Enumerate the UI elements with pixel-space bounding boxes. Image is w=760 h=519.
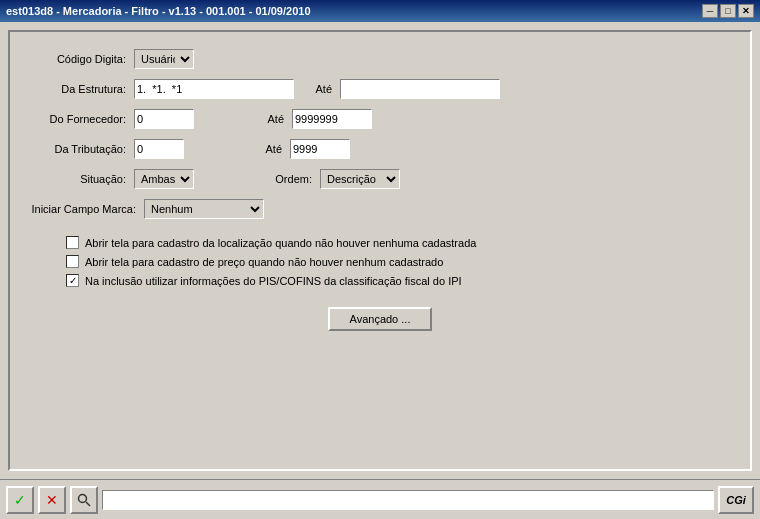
checkbox-3[interactable]: ✓ — [66, 274, 79, 287]
status-input[interactable] — [102, 490, 714, 510]
checkbox-label-2[interactable]: Abrir tela para cadastro de preço quando… — [85, 256, 443, 268]
confirm-button[interactable]: ✓ — [6, 486, 34, 514]
content-area: Código Digita: Usuário Código Descrição … — [8, 30, 752, 471]
checkbox-1[interactable] — [66, 236, 79, 249]
codigo-digita-select[interactable]: Usuário Código Descrição — [134, 49, 194, 69]
svg-line-1 — [86, 502, 90, 506]
checkbox-row-1: Abrir tela para cadastro da localização … — [66, 236, 734, 249]
do-fornecedor-label: Do Fornecedor: — [26, 113, 126, 125]
svg-point-0 — [79, 494, 87, 502]
title-bar: est013d8 - Mercadoria - Filtro - v1.13 -… — [0, 0, 760, 22]
cgi-badge[interactable]: CGi — [718, 486, 754, 514]
main-window: Código Digita: Usuário Código Descrição … — [0, 22, 760, 519]
iniciar-row: Iniciar Campo Marca: Nenhum Sim Não — [26, 198, 734, 220]
btn-area: Avançado ... — [26, 307, 734, 331]
avancado-button[interactable]: Avançado ... — [328, 307, 433, 331]
codigo-digita-label: Código Digita: — [26, 53, 126, 65]
fornecedor-row: Do Fornecedor: Até — [26, 108, 734, 130]
tributacao-row: Da Tributação: Até — [26, 138, 734, 160]
search-button[interactable] — [70, 486, 98, 514]
situacao-select[interactable]: Ambas Ativa Inativa — [134, 169, 194, 189]
checkbox-row-2: Abrir tela para cadastro de preço quando… — [66, 255, 734, 268]
ordem-select[interactable]: Descrição Código — [320, 169, 400, 189]
ate-label-1: Até — [302, 83, 332, 95]
situacao-row: Situação: Ambas Ativa Inativa Ordem: Des… — [26, 168, 734, 190]
da-tributacao-label: Da Tributação: — [26, 143, 126, 155]
situacao-label: Situação: — [26, 173, 126, 185]
bottom-toolbar: ✓ ✕ CGi — [0, 479, 760, 519]
close-button[interactable]: ✕ — [738, 4, 754, 18]
checkbox-label-3[interactable]: Na inclusão utilizar informações do PIS/… — [85, 275, 462, 287]
iniciar-label: Iniciar Campo Marca: — [26, 203, 136, 215]
da-estrutura-label: Da Estrutura: — [26, 83, 126, 95]
do-fornecedor-input[interactable] — [134, 109, 194, 129]
iniciar-select[interactable]: Nenhum Sim Não — [144, 199, 264, 219]
ate-label-2: Até — [254, 113, 284, 125]
checkbox-label-1[interactable]: Abrir tela para cadastro da localização … — [85, 237, 476, 249]
ate-fornecedor-input[interactable] — [292, 109, 372, 129]
ordem-label: Ordem: — [262, 173, 312, 185]
checkboxes-area: Abrir tela para cadastro da localização … — [26, 236, 734, 287]
codigo-digita-row: Código Digita: Usuário Código Descrição — [26, 48, 734, 70]
title-text: est013d8 - Mercadoria - Filtro - v1.13 -… — [6, 5, 311, 17]
checkbox-row-3: ✓ Na inclusão utilizar informações do PI… — [66, 274, 734, 287]
title-bar-buttons: ─ □ ✕ — [702, 4, 754, 18]
search-icon — [77, 493, 91, 507]
checkbox-2[interactable] — [66, 255, 79, 268]
da-estrutura-input[interactable] — [134, 79, 294, 99]
da-tributacao-input[interactable] — [134, 139, 184, 159]
cancel-button[interactable]: ✕ — [38, 486, 66, 514]
ate-estrutura-input[interactable] — [340, 79, 500, 99]
minimize-button[interactable]: ─ — [702, 4, 718, 18]
estrutura-row: Da Estrutura: Até — [26, 78, 734, 100]
ate-label-3: Até — [252, 143, 282, 155]
maximize-button[interactable]: □ — [720, 4, 736, 18]
ate-tributacao-input[interactable] — [290, 139, 350, 159]
